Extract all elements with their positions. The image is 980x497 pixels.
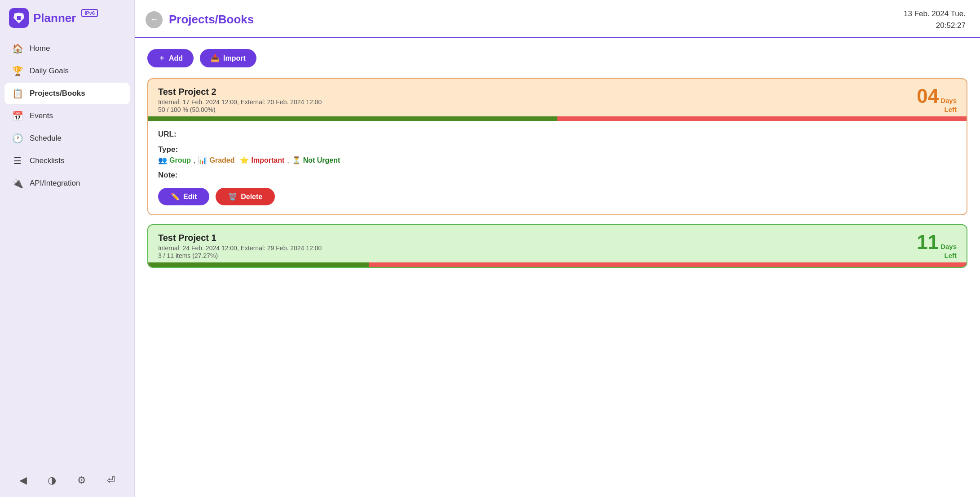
group-label: Group (169, 156, 191, 164)
contrast-button[interactable]: ◑ (45, 472, 59, 489)
sidebar-item-schedule[interactable]: 🕐 Schedule (4, 128, 130, 149)
datetime-line2: 20:52:27 (904, 20, 966, 31)
sidebar-item-api-integration[interactable]: 🔌 API/Integration (4, 173, 130, 194)
nav-menu: 🏠 Home 🏆 Daily Goals 📋 Projects/Books 📅 … (0, 38, 134, 466)
import-label: Import (223, 54, 246, 62)
home-icon: 🏠 (12, 43, 23, 54)
detail-actions: ✏️ Edit 🗑️ Delete (158, 188, 957, 205)
sidebar-item-projects-books[interactable]: 📋 Projects/Books (4, 83, 130, 104)
sidebar-item-events[interactable]: 📅 Events (4, 105, 130, 127)
sidebar-item-projects-books-label: Projects/Books (30, 89, 85, 98)
logo-icon (9, 8, 29, 28)
add-button[interactable]: ＋ Add (147, 49, 194, 67)
delete-label: Delete (241, 193, 262, 201)
progress-bar-fill-2 (148, 116, 557, 121)
app-badge: IPv6 (81, 9, 98, 17)
edit-icon: ✏️ (171, 192, 180, 201)
add-label: Add (169, 54, 183, 62)
sidebar-item-schedule-label: Schedule (30, 134, 62, 143)
project-header-2: Test Project 2 Internal: 17 Feb. 2024 12… (148, 79, 967, 116)
sidebar-item-checklists-label: Checklists (30, 156, 64, 165)
note-row: Note: (158, 171, 957, 180)
clipboard-icon: 📋 (12, 88, 23, 99)
settings-button[interactable]: ⚙ (75, 472, 89, 489)
type-row: Type: 👥 Group , 📊 Graded ⭐ (158, 145, 957, 164)
progress-bar-container-1 (148, 262, 967, 267)
import-icon: 📥 (211, 54, 220, 62)
comma-1: , (194, 156, 195, 164)
trophy-icon: 🏆 (12, 66, 23, 76)
add-icon: ＋ (158, 53, 165, 63)
important-icon: ⭐ (240, 156, 249, 164)
sidebar: Planner IPv6 🏠 Home 🏆 Daily Goals 📋 Proj… (0, 0, 135, 497)
group-icon: 👥 (158, 156, 167, 164)
import-button[interactable]: 📥 Import (200, 49, 256, 67)
project-progress-text-2: 50 / 100 % (50.00%) (158, 106, 322, 113)
sidebar-item-daily-goals-label: Daily Goals (30, 67, 69, 75)
sidebar-item-api-integration-label: API/Integration (30, 179, 80, 188)
delete-icon: 🗑️ (228, 192, 237, 201)
tag-graded: 📊 Graded (198, 156, 234, 164)
graded-label: Graded (209, 156, 234, 164)
logout-button[interactable]: ⏎ (104, 472, 118, 489)
main-area: ← Projects/Books 13 Feb. 2024 Tue. 20:52… (135, 0, 980, 497)
project-card-1: Test Project 1 Internal: 24 Feb. 2024 12… (147, 224, 967, 268)
sidebar-item-home[interactable]: 🏠 Home (4, 38, 130, 59)
page-title: Projects/Books (169, 13, 254, 27)
tag-group: 👥 Group (158, 156, 191, 164)
days-left-number-1: 11 (917, 232, 939, 252)
main-content: ＋ Add 📥 Import Test Project 2 Internal: … (135, 38, 980, 497)
note-label: Note: (158, 171, 177, 179)
progress-bar-fill-1 (148, 262, 369, 267)
sidebar-item-home-label: Home (30, 44, 50, 53)
page-header: ← Projects/Books 13 Feb. 2024 Tue. 20:52… (135, 0, 980, 38)
api-icon: 🔌 (12, 178, 23, 189)
project-meta-1: Internal: 24 Feb. 2024 12:00, External: … (158, 244, 322, 252)
comma-2: , (287, 156, 289, 164)
url-label: URL: (158, 130, 177, 138)
datetime-display: 13 Feb. 2024 Tue. 20:52:27 (904, 8, 966, 31)
project-progress-text-1: 3 / 11 items (27.27%) (158, 252, 322, 259)
days-left-label-1: DaysLeft (940, 242, 957, 260)
progress-bar-container-2 (148, 116, 967, 121)
tag-not-urgent: ⏳ Not Urgent (292, 156, 340, 164)
not-urgent-label: Not Urgent (303, 156, 340, 164)
project-detail-2: URL: Type: 👥 Group , 📊 Graded (148, 121, 967, 214)
project-name-2: Test Project 2 (158, 87, 322, 97)
project-name-1: Test Project 1 (158, 233, 322, 243)
logo-area: Planner IPv6 (0, 8, 134, 38)
project-card-2: Test Project 2 Internal: 17 Feb. 2024 12… (147, 78, 967, 215)
edit-button[interactable]: ✏️ Edit (158, 188, 209, 205)
project-meta-2: Internal: 17 Feb. 2024 12:00, External: … (158, 98, 322, 106)
sidebar-item-daily-goals[interactable]: 🏆 Daily Goals (4, 60, 130, 82)
edit-label: Edit (183, 193, 197, 201)
delete-button[interactable]: 🗑️ Delete (216, 188, 275, 205)
back-nav-button[interactable]: ← (146, 11, 163, 28)
tag-important: ⭐ Important (240, 156, 284, 164)
graded-icon: 📊 (198, 156, 207, 164)
project-header-left-2: Test Project 2 Internal: 17 Feb. 2024 12… (158, 87, 322, 113)
days-left-label-2: DaysLeft (940, 96, 957, 114)
days-left-1: 11 DaysLeft (917, 232, 957, 260)
back-button[interactable]: ◀ (17, 472, 30, 489)
checklist-icon: ☰ (12, 155, 23, 166)
type-tags: 👥 Group , 📊 Graded ⭐ Important (158, 156, 957, 164)
sidebar-item-events-label: Events (30, 111, 53, 120)
project-header-1: Test Project 1 Internal: 24 Feb. 2024 12… (148, 225, 967, 262)
logo-svg (13, 12, 25, 24)
sidebar-footer: ◀ ◑ ⚙ ⏎ (0, 466, 134, 489)
clock-icon: 🕐 (12, 133, 23, 144)
header-left: ← Projects/Books (146, 11, 254, 28)
type-label: Type: (158, 145, 178, 154)
url-row: URL: (158, 130, 957, 139)
app-name: Planner (33, 11, 76, 25)
toolbar: ＋ Add 📥 Import (147, 49, 967, 67)
sidebar-item-checklists[interactable]: ☰ Checklists (4, 150, 130, 172)
project-header-left-1: Test Project 1 Internal: 24 Feb. 2024 12… (158, 233, 322, 259)
calendar-icon: 📅 (12, 111, 23, 121)
not-urgent-icon: ⏳ (292, 156, 301, 164)
days-left-2: 04 DaysLeft (917, 86, 957, 114)
days-left-number-2: 04 (917, 86, 939, 106)
important-label: Important (251, 156, 284, 164)
datetime-line1: 13 Feb. 2024 Tue. (904, 8, 966, 20)
